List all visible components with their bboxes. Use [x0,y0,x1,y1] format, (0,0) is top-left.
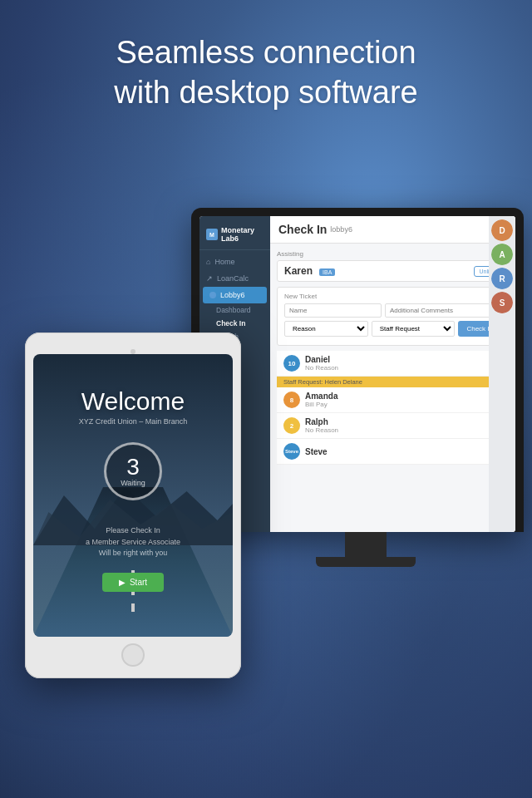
queue-reason-amanda: Bill Pay [305,401,337,408]
tablet-msg3: Will be right with you [99,549,168,557]
tablet-msg2: a Member Service Associate [86,538,180,546]
avatar-4: S [491,292,513,313]
queue-name-steve: Steve [305,447,328,456]
queue-badge-ralph: 2 [283,417,300,434]
tablet-start-button[interactable]: ▶ Start [102,573,164,592]
sidebar-item-lobby6[interactable]: Lobby6 [203,287,267,303]
sidebar-brand: M Monetary Lab6 [200,223,270,250]
queue-item-daniel: 10 Daniel No Reason × [277,351,509,377]
avatar-column: D A R S [489,216,515,532]
new-ticket-panel: New Ticket Reason Staff Request [277,287,509,346]
start-label: Start [130,578,147,587]
assisting-label: Assisting [277,250,509,258]
monitor-border: M Monetary Lab6 ⌂ Home ↗ LoanCalc Lobby6 [191,208,524,532]
tablet-msg1: Please Check In [106,526,160,534]
tablet-branch: XYZ Credit Union – Main Branch [79,417,188,426]
new-ticket-row1 [284,303,501,318]
queue-info-amanda: Amanda Bill Pay [305,392,337,408]
name-input[interactable] [284,303,382,318]
avatar-2: A [491,244,513,265]
queue-list: 10 Daniel No Reason × Staff Request: Hel… [277,351,509,465]
desktop-app: M Monetary Lab6 ⌂ Home ↗ LoanCalc Lobby6 [200,216,515,532]
tablet-outer: Welcome XYZ Credit Union – Main Branch 3… [25,332,241,678]
active-dot [209,292,216,298]
staff-request-bar: Staff Request: Helen Delane [277,377,509,387]
tablet-counter: 3 Waiting [104,442,162,500]
headline-line2: with desktop software [25,73,507,113]
sidebar-loancalc-label: LoanCalc [217,274,249,283]
sidebar-home-label: Home [214,258,234,266]
queue-badge-steve: Steve [283,443,300,460]
queue-reason-daniel: No Reason [305,364,338,372]
queue-item-steve: Steve Steve × [277,439,509,465]
home-icon: ⌂ [206,258,210,266]
page-subtitle: lobby6 [330,225,352,234]
assisting-row: Karen IBA Unlink [277,260,509,282]
desktop-header: Check In lobby6 [270,216,515,244]
assisting-info: Karen IBA [284,265,335,277]
tablet-content: Welcome XYZ Credit Union – Main Branch 3… [33,354,233,637]
tablet-message: Please Check In a Member Service Associa… [69,525,197,559]
queue-info-daniel: Daniel No Reason [305,355,338,372]
tablet-waiting-label: Waiting [121,479,145,487]
monitor-neck [345,532,387,557]
sidebar-item-home[interactable]: ⌂ Home [200,254,270,270]
tablet-welcome-title: Welcome [81,387,185,416]
assisting-badge: IBA [319,268,335,276]
new-ticket-row2: Reason Staff Request Check In [284,321,501,337]
page-title: Check In [278,223,327,236]
sidebar-dashboard[interactable]: Dashboard [200,303,270,317]
avatar-3: R [491,268,513,289]
desktop-main: Check In lobby6 Assisting Karen IBA Unli… [270,216,515,532]
brand-name: Monetary Lab6 [221,226,264,243]
comments-input[interactable] [385,303,501,318]
desktop-content: Assisting Karen IBA Unlink New Ticket [270,244,515,471]
tablet-count: 3 [126,456,140,479]
avatar-1: D [491,219,513,241]
queue-badge-amanda: 8 [283,392,300,408]
queue-name-amanda: Amanda [305,392,337,401]
queue-item-ralph: 2 Ralph No Reason × [277,413,509,439]
assisting-name: Karen [284,265,313,277]
queue-info-steve: Steve [305,447,328,456]
queue-badge-daniel: 10 [283,355,300,372]
tablet-screen: Welcome XYZ Credit Union – Main Branch 3… [33,354,233,637]
monitor-base [316,557,416,567]
headline-line1: Seamless connection [25,33,507,73]
queue-name-ralph: Ralph [305,417,338,426]
monitor-screen: M Monetary Lab6 ⌂ Home ↗ LoanCalc Lobby6 [200,216,515,532]
sidebar-checkin[interactable]: Check In [200,317,270,330]
staff-request-select[interactable]: Staff Request [372,321,456,337]
reason-select[interactable]: Reason [284,321,368,337]
sidebar-item-loancalc[interactable]: ↗ LoanCalc [200,270,270,287]
queue-info-ralph: Ralph No Reason [305,417,338,434]
tablet: Welcome XYZ Credit Union – Main Branch 3… [25,332,241,678]
brand-icon: M [206,229,218,240]
queue-reason-ralph: No Reason [305,426,338,434]
play-icon: ▶ [119,578,126,587]
chart-icon: ↗ [206,274,213,283]
queue-name-daniel: Daniel [305,355,338,364]
headline: Seamless connection with desktop softwar… [0,33,532,112]
tablet-home-button[interactable] [121,643,145,667]
new-ticket-label: New Ticket [284,293,501,300]
sidebar-lobby6-label: Lobby6 [220,291,245,299]
monitor: M Monetary Lab6 ⌂ Home ↗ LoanCalc Lobby6 [191,208,532,567]
queue-item-amanda: 8 Amanda Bill Pay × [277,387,509,413]
